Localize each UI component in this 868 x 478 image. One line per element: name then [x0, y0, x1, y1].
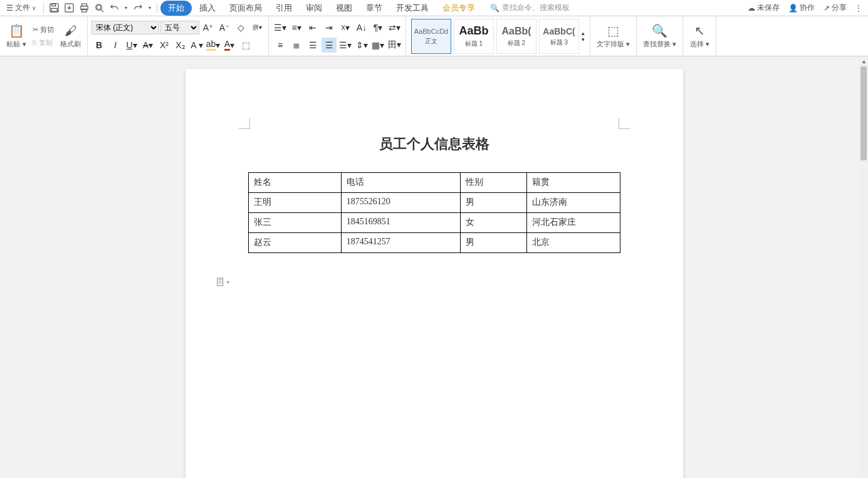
- find-replace-button[interactable]: 🔍 查找替换 ▾: [641, 22, 679, 50]
- italic-button[interactable]: I: [108, 38, 123, 53]
- bold-button[interactable]: B: [92, 38, 107, 53]
- line-spacing-button[interactable]: ⇕▾: [354, 38, 369, 53]
- increase-indent-button[interactable]: ⇥: [322, 20, 337, 35]
- superscript-button[interactable]: X²: [157, 38, 172, 53]
- style-h2[interactable]: AaBb(标题 2: [496, 19, 536, 54]
- font-name-select[interactable]: 宋体 (正文): [92, 21, 159, 34]
- table-header-cell[interactable]: 性别: [460, 173, 527, 193]
- cut-button[interactable]: ✂剪切: [30, 24, 56, 36]
- style-h3[interactable]: AaBbC(标题 3: [539, 19, 579, 54]
- table-cell[interactable]: 男: [460, 233, 527, 253]
- align-left-button[interactable]: ≡: [273, 38, 288, 53]
- underline-button[interactable]: U ▾: [124, 38, 139, 53]
- paste-button[interactable]: 📋 粘贴 ▾: [4, 22, 29, 50]
- style-h1[interactable]: AaBb标题 1: [454, 19, 494, 54]
- table-header-row[interactable]: 姓名 电话 性别 籍贯: [248, 173, 620, 193]
- decrease-indent-button[interactable]: ⇤: [305, 20, 320, 35]
- font-color-button[interactable]: A▾: [222, 38, 237, 53]
- scroll-up-icon[interactable]: ▴: [859, 56, 868, 65]
- strikethrough-button[interactable]: A ▾: [140, 38, 155, 53]
- table-row[interactable]: 王明 1875526120 男 山东济南: [248, 193, 620, 213]
- tab-member[interactable]: 会员专享: [436, 1, 481, 16]
- command-search[interactable]: 🔍 查找命令、搜索模板: [490, 3, 570, 13]
- tab-view[interactable]: 视图: [330, 1, 358, 16]
- align-center-button[interactable]: ≣: [289, 38, 304, 53]
- table-cell[interactable]: 男: [460, 193, 527, 213]
- tab-review[interactable]: 审阅: [300, 1, 328, 16]
- table-cell[interactable]: 1874541257: [341, 233, 460, 253]
- align-justify-button[interactable]: ☰: [322, 38, 337, 53]
- table-cell[interactable]: 张三: [248, 213, 341, 233]
- table-row[interactable]: 赵云 1874541257 男 北京: [248, 233, 620, 253]
- table-row[interactable]: 张三 1845169851 女 河北石家庄: [248, 213, 620, 233]
- print-preview-icon[interactable]: [92, 1, 106, 15]
- undo-icon[interactable]: [107, 1, 121, 15]
- show-marks-button[interactable]: ¶▾: [370, 20, 385, 35]
- style-normal[interactable]: AaBbCcDd正文: [411, 19, 451, 54]
- search-placeholder: 查找命令、搜索模板: [502, 3, 570, 13]
- increase-font-icon[interactable]: A⁺: [201, 20, 216, 35]
- distribute-button[interactable]: ☰▾: [338, 38, 353, 53]
- shading-button[interactable]: ▦▾: [370, 38, 385, 53]
- save-icon[interactable]: [47, 1, 61, 15]
- svg-rect-9: [97, 6, 100, 9]
- table-cell[interactable]: 女: [460, 213, 527, 233]
- print-icon[interactable]: [77, 1, 91, 15]
- bullets-button[interactable]: ☰▾: [273, 20, 288, 35]
- table-header-cell[interactable]: 姓名: [248, 173, 341, 193]
- borders-button[interactable]: 田▾: [387, 38, 402, 53]
- redo-icon[interactable]: [131, 1, 145, 15]
- table-cell[interactable]: 1875526120: [341, 193, 460, 213]
- tabs-button[interactable]: ⇄▾: [387, 20, 402, 35]
- format-painter-button[interactable]: 🖌 格式刷: [58, 23, 83, 50]
- table-header-cell[interactable]: 籍贯: [527, 173, 620, 193]
- clear-format-icon[interactable]: ◇: [233, 20, 248, 35]
- file-menu[interactable]: ☰ 文件 ∨: [3, 1, 40, 14]
- phonetic-icon[interactable]: 拼▾: [249, 20, 264, 35]
- table-cell[interactable]: 赵云: [248, 233, 341, 253]
- copy-button[interactable]: ⎘复制: [30, 37, 56, 49]
- tab-insert[interactable]: 插入: [193, 1, 222, 16]
- tab-page-layout[interactable]: 页面布局: [223, 1, 268, 16]
- subscript-button[interactable]: X₂: [173, 38, 188, 53]
- redo-dropdown[interactable]: ▾: [146, 1, 154, 15]
- table-cell[interactable]: 河北石家庄: [527, 213, 620, 233]
- scrollbar-thumb[interactable]: [860, 66, 867, 160]
- table-cell[interactable]: 1845169851: [341, 213, 460, 233]
- select-button[interactable]: ↖ 选择 ▾: [687, 22, 712, 50]
- share-button[interactable]: ↗ 分享: [820, 1, 850, 14]
- text-effects-button[interactable]: A ▾: [189, 38, 204, 53]
- tab-references[interactable]: 引用: [269, 1, 298, 16]
- sort-button[interactable]: A↓: [354, 20, 369, 35]
- document-title[interactable]: 员工个人信息表格: [248, 135, 620, 153]
- font-size-select[interactable]: 五号: [160, 21, 199, 34]
- more-icon[interactable]: ⋮: [852, 1, 865, 15]
- document-workspace[interactable]: 员工个人信息表格 姓名 电话 性别 籍贯 王明 1875526120 男 山东济…: [0, 56, 868, 478]
- text-layout-button[interactable]: ⬚ 文字排版 ▾: [594, 22, 632, 50]
- table-cell[interactable]: 北京: [527, 233, 620, 253]
- save-as-icon[interactable]: [62, 1, 76, 15]
- style-label: 标题 2: [508, 39, 525, 48]
- collab-button[interactable]: 👤 协作: [785, 1, 818, 14]
- table-header-cell[interactable]: 电话: [341, 173, 460, 193]
- document-page[interactable]: 员工个人信息表格 姓名 电话 性别 籍贯 王明 1875526120 男 山东济…: [186, 69, 683, 478]
- highlight-button[interactable]: ab▾: [206, 38, 221, 53]
- tab-section[interactable]: 章节: [360, 1, 389, 16]
- tab-start[interactable]: 开始: [160, 1, 192, 16]
- vertical-scrollbar[interactable]: ▴: [859, 56, 868, 478]
- unsaved-status[interactable]: ☁ 未保存: [744, 1, 783, 14]
- decrease-font-icon[interactable]: A⁻: [217, 20, 232, 35]
- employee-table[interactable]: 姓名 电话 性别 籍贯 王明 1875526120 男 山东济南 张三 1845…: [248, 172, 620, 253]
- char-shading-button[interactable]: ⬚: [238, 38, 253, 53]
- undo-dropdown[interactable]: ▾: [122, 1, 130, 15]
- styles-expand[interactable]: ▴▾: [580, 30, 586, 43]
- table-cell[interactable]: 王明: [248, 193, 341, 213]
- tab-dev-tools[interactable]: 开发工具: [390, 1, 435, 16]
- svg-rect-5: [81, 4, 86, 6]
- align-right-button[interactable]: ☰: [305, 38, 320, 53]
- styles-gallery[interactable]: AaBbCcDd正文 AaBb标题 1 AaBb(标题 2 AaBbC(标题 3…: [406, 16, 590, 56]
- numbering-button[interactable]: ≡▾: [289, 20, 304, 35]
- text-direction-button[interactable]: ☓▾: [338, 20, 353, 35]
- paragraph-options-icon[interactable]: ▾: [217, 276, 229, 288]
- table-cell[interactable]: 山东济南: [527, 193, 620, 213]
